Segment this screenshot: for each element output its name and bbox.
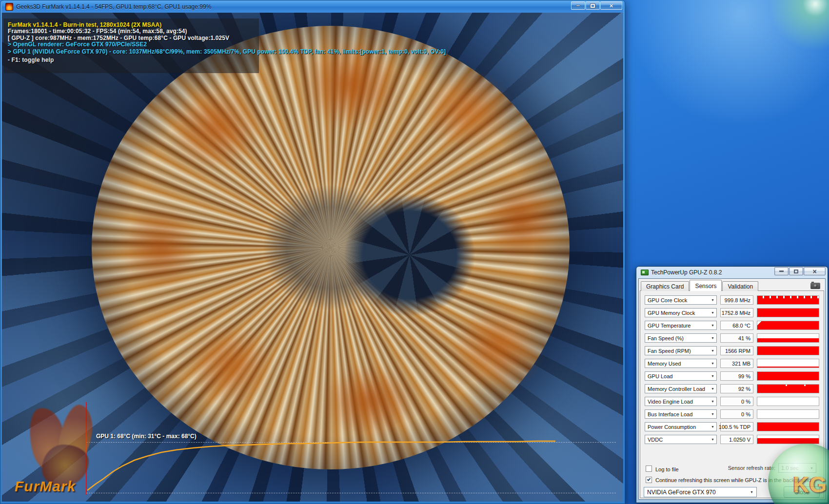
furmark-logo-text: FurMark bbox=[15, 478, 76, 495]
sensor-refresh-rate-label: Sensor refresh rate: bbox=[728, 465, 775, 471]
continue-refresh-checkbox[interactable] bbox=[646, 477, 652, 483]
sensor-label: Power Consumption bbox=[648, 424, 696, 430]
gpuz-minimize-button[interactable] bbox=[774, 267, 789, 275]
sensor-row-gpu-temperature: GPU Temperature▼68.0 °C bbox=[645, 321, 819, 330]
sensor-label: GPU Load bbox=[648, 373, 672, 379]
chevron-down-icon: ▼ bbox=[711, 425, 714, 428]
sensor-select-vddc[interactable]: VDDC▼ bbox=[645, 435, 717, 444]
gpu-device-select[interactable]: NVIDIA GeForce GTX 970 ▼ bbox=[644, 487, 757, 497]
pupil bbox=[332, 182, 488, 328]
hud-line-frames: Frames:18001 - time:00:05:32 - FPS:54 (m… bbox=[8, 28, 187, 35]
sensor-graph-memory-used bbox=[757, 359, 819, 368]
sensor-select-fan-speed[interactable]: Fan Speed (%)▼ bbox=[645, 333, 717, 343]
sensor-graph-gpu-memory-clock bbox=[757, 308, 819, 317]
minimize-icon bbox=[576, 5, 580, 6]
sensor-value-bus-interface-load: 0 % bbox=[720, 409, 753, 419]
sensor-graph-bus-interface-load bbox=[757, 409, 819, 419]
sensor-label: Memory Controller Load bbox=[648, 386, 705, 392]
sensor-graph-memory-controller-load bbox=[757, 384, 819, 393]
gpuz-titlebar[interactable]: TechPowerUp GPU-Z 0.8.2 × bbox=[638, 267, 826, 278]
chevron-down-icon: ▼ bbox=[711, 324, 714, 327]
sensor-rows: GPU Core Clock▼999.8 MHzGPU Memory Clock… bbox=[645, 295, 819, 447]
furmark-minimize-button[interactable] bbox=[571, 1, 585, 10]
gpuz-tab-strip: Graphics Card Sensors Validation bbox=[641, 280, 759, 291]
chevron-down-icon: ▼ bbox=[750, 490, 753, 494]
gpuz-app-icon bbox=[641, 270, 649, 275]
close-icon: × bbox=[610, 2, 613, 9]
fur-patches bbox=[92, 26, 570, 469]
hud-line-renderer: > OpenGL renderer: GeForce GTX 970/PCIe/… bbox=[8, 41, 147, 48]
sensor-value-memory-controller-load: 92 % bbox=[720, 384, 753, 393]
sensor-label: Video Engine Load bbox=[648, 399, 693, 405]
chevron-down-icon: ▼ bbox=[711, 400, 714, 403]
sensor-select-bus-interface-load[interactable]: Bus Interface Load▼ bbox=[645, 409, 717, 419]
sensor-row-vddc: VDDC▼1.0250 V bbox=[645, 435, 819, 444]
furmark-close-button[interactable]: × bbox=[600, 1, 622, 10]
maximize-icon bbox=[591, 4, 595, 8]
hud-line-title: FurMark v1.14.1.4 - Burn-in test, 1280x1… bbox=[8, 21, 161, 28]
hud-line-help: - F1: toggle help bbox=[8, 57, 54, 63]
sensor-label: Memory Used bbox=[648, 361, 681, 367]
sensor-graph-gpu-temperature bbox=[757, 321, 819, 330]
sensor-select-memory-used[interactable]: Memory Used▼ bbox=[645, 359, 717, 368]
sensor-graph-power-consumption bbox=[757, 422, 819, 431]
sensor-value-gpu-memory-clock: 1752.8 MHz bbox=[720, 308, 753, 317]
sensor-value-gpu-core-clock: 999.8 MHz bbox=[720, 295, 753, 305]
furmark-app-icon bbox=[5, 3, 13, 11]
furmark-window: Geeks3D FurMark v1.14.1.4 - 54FPS, GPU1 … bbox=[0, 0, 625, 504]
furmark-maximize-button[interactable] bbox=[586, 1, 600, 10]
chevron-down-icon: ▼ bbox=[711, 349, 714, 352]
gpuz-maximize-button[interactable] bbox=[789, 267, 803, 275]
kitguru-watermark-text: KG bbox=[793, 471, 827, 498]
close-icon: × bbox=[812, 268, 816, 275]
tab-graphics-card[interactable]: Graphics Card bbox=[641, 281, 689, 291]
chevron-down-icon: ▼ bbox=[711, 362, 714, 365]
gpuz-close-window-button[interactable]: × bbox=[804, 267, 826, 275]
sensor-value-video-engine-load: 0 % bbox=[720, 397, 753, 406]
sensor-select-gpu-memory-clock[interactable]: GPU Memory Clock▼ bbox=[645, 308, 717, 317]
sensor-select-fan-speed-rpm[interactable]: Fan Speed (RPM)▼ bbox=[645, 346, 717, 355]
chevron-down-icon: ▼ bbox=[711, 412, 714, 416]
sensor-graph-video-engine-load bbox=[757, 397, 819, 406]
sensor-label: VDDC bbox=[648, 437, 663, 443]
chevron-down-icon: ▼ bbox=[711, 374, 714, 378]
furmark-render-area: FurMark v1.14.1.4 - Burn-in test, 1280x1… bbox=[2, 13, 623, 502]
checkmark-icon bbox=[647, 477, 651, 481]
sensor-graph-gpu-core-clock bbox=[757, 295, 819, 305]
sensor-value-memory-used: 321 MB bbox=[720, 359, 753, 368]
sensor-label: GPU Core Clock bbox=[648, 297, 687, 303]
sensor-value-vddc: 1.0250 V bbox=[720, 435, 753, 444]
sensor-row-gpu-load: GPU Load▼99 % bbox=[645, 371, 819, 381]
tab-sensors[interactable]: Sensors bbox=[690, 280, 722, 291]
sensor-row-video-engine-load: Video Engine Load▼0 % bbox=[645, 397, 819, 406]
sensor-select-gpu-core-clock[interactable]: GPU Core Clock▼ bbox=[645, 295, 717, 305]
sensor-graph-gpu-load bbox=[757, 371, 819, 381]
maximize-icon bbox=[794, 270, 798, 273]
hud-line-gpu1: > GPU 1 (NVIDIA GeForce GTX 970) - core:… bbox=[8, 48, 446, 55]
sensor-select-memory-controller-load[interactable]: Memory Controller Load▼ bbox=[645, 384, 717, 393]
sensor-row-bus-interface-load: Bus Interface Load▼0 % bbox=[645, 409, 819, 419]
sensor-select-gpu-load[interactable]: GPU Load▼ bbox=[645, 371, 717, 381]
sensor-row-gpu-core-clock: GPU Core Clock▼999.8 MHz bbox=[645, 295, 819, 305]
sensor-row-memory-controller-load: Memory Controller Load▼92 % bbox=[645, 384, 819, 393]
minimize-icon bbox=[779, 271, 784, 272]
chevron-down-icon: ▼ bbox=[711, 336, 714, 340]
sensor-value-power-consumption: 100.5 % TDP bbox=[720, 422, 753, 431]
log-to-file-checkbox[interactable] bbox=[646, 465, 652, 472]
chevron-down-icon: ▼ bbox=[711, 311, 714, 314]
tab-validation[interactable]: Validation bbox=[722, 281, 758, 291]
sensor-value-gpu-load: 99 % bbox=[720, 371, 753, 381]
sensor-select-video-engine-load[interactable]: Video Engine Load▼ bbox=[645, 397, 717, 406]
log-to-file-label: Log to file bbox=[655, 466, 679, 472]
sensor-select-power-consumption[interactable]: Power Consumption▼ bbox=[645, 422, 717, 431]
sensor-label: Bus Interface Load bbox=[648, 411, 692, 417]
sensor-graph-fan-speed-rpm bbox=[757, 346, 819, 355]
sensor-select-gpu-temperature[interactable]: GPU Temperature▼ bbox=[645, 321, 717, 330]
screenshot-camera-icon[interactable] bbox=[810, 283, 820, 289]
chevron-down-icon: ▼ bbox=[711, 298, 714, 302]
furmark-titlebar[interactable]: Geeks3D FurMark v1.14.1.4 - 54FPS, GPU1 … bbox=[2, 0, 623, 13]
fur-donut-render bbox=[92, 26, 570, 469]
sensor-label: Fan Speed (RPM) bbox=[648, 348, 691, 354]
sensor-value-fan-speed-rpm: 1566 RPM bbox=[720, 346, 753, 355]
sensor-graph-vddc bbox=[757, 435, 819, 444]
